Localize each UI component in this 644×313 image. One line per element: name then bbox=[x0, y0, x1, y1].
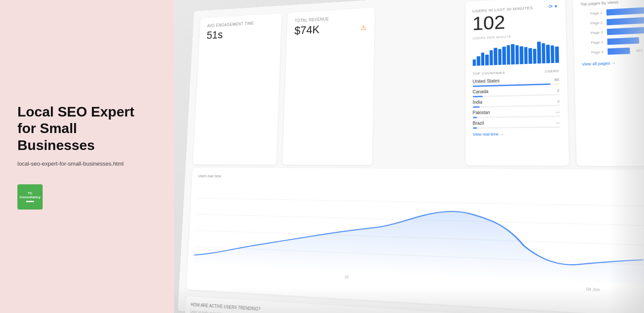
bar-2 bbox=[477, 56, 480, 66]
warning-icon: ⚠ bbox=[361, 24, 366, 32]
view-all-link[interactable]: View all pages → bbox=[582, 61, 616, 67]
country-bar-fill-4 bbox=[473, 127, 477, 129]
country-row: United States 80 bbox=[473, 77, 559, 87]
bar-4 bbox=[485, 55, 489, 66]
hbar-row: Page 4 543 bbox=[581, 36, 644, 46]
country-bar-fill-3 bbox=[473, 117, 477, 118]
hbar-value-4: 321 bbox=[636, 48, 643, 53]
bar-16 bbox=[537, 42, 541, 64]
country-name-3: Pakistan bbox=[473, 110, 490, 115]
refresh-btn[interactable]: ⟳ ▾ bbox=[548, 3, 557, 10]
country-users-0: 80 bbox=[554, 77, 559, 82]
hbar-label-4: Page 5 bbox=[581, 50, 604, 54]
hbar-card: Top pages by views Page 1 1,234 Page 2 9… bbox=[573, 0, 644, 166]
users-col-label: USERS bbox=[545, 69, 559, 73]
bar-3 bbox=[481, 53, 484, 66]
bar-20 bbox=[555, 46, 559, 63]
hbar-fill-0 bbox=[606, 7, 644, 15]
country-row: India 2 bbox=[473, 98, 560, 107]
country-bar-fill-2 bbox=[473, 107, 480, 108]
line-chart-area: 5K 4K 3K 2K 1K 0 25 04 Jun bbox=[193, 182, 644, 296]
page-title: Local SEO Expert for Small Businesses bbox=[17, 103, 157, 153]
analytics-wrapper: Avg engagement time 51s Total revenue $7… bbox=[178, 0, 644, 313]
chart-label: Users over time bbox=[198, 174, 644, 183]
hbar-fill-4 bbox=[607, 47, 631, 55]
country-bar-bg-3 bbox=[473, 116, 560, 118]
hbar-row: Page 1 1,234 bbox=[580, 6, 644, 17]
page-url: local-seo-expert-for-small-businesses.ht… bbox=[17, 160, 157, 167]
hbar-label-3: Page 4 bbox=[581, 40, 603, 45]
realtime-count: 102 bbox=[473, 10, 558, 33]
logo-icon bbox=[26, 201, 34, 202]
engagement-card: Avg engagement time 51s bbox=[193, 13, 282, 165]
bar-8 bbox=[502, 47, 506, 65]
bar-12 bbox=[520, 46, 523, 64]
hbar-fill-3 bbox=[607, 37, 639, 45]
bar-14 bbox=[528, 48, 532, 64]
revenue-card: Total revenue $74K ⚠ bbox=[282, 8, 375, 165]
bar-17 bbox=[541, 43, 545, 63]
country-row: Brazil — bbox=[473, 120, 560, 129]
bar-18 bbox=[546, 44, 550, 63]
hbar-fill-1 bbox=[607, 17, 644, 25]
bar-9 bbox=[506, 45, 510, 65]
hbar-label-2: Page 3 bbox=[581, 30, 603, 35]
countries-list: United States 80 Canada 2 India 2 bbox=[473, 77, 560, 129]
hbar-row: Page 2 987 bbox=[581, 16, 644, 27]
country-row: Pakistan — bbox=[473, 109, 560, 118]
revenue-value: $74K bbox=[294, 20, 366, 37]
bar-19 bbox=[550, 45, 554, 63]
country-row: Canada 2 bbox=[473, 87, 560, 97]
country-name-1: Canada bbox=[473, 89, 488, 94]
hbar-fill-2 bbox=[607, 27, 644, 35]
logo-text: TC Consultancy bbox=[17, 192, 43, 200]
hbar-label-1: Page 2 bbox=[581, 20, 603, 26]
country-bar-fill-1 bbox=[473, 96, 483, 97]
country-bar-bg-4 bbox=[473, 127, 560, 129]
bar-13 bbox=[524, 47, 528, 64]
country-users-1: 2 bbox=[557, 88, 560, 93]
realtime-sub: USERS PER MINUTE bbox=[473, 33, 558, 40]
logo: TC Consultancy bbox=[17, 184, 43, 210]
hbar-row: Page 3 756 bbox=[581, 26, 644, 36]
bar-10 bbox=[511, 44, 514, 65]
bar-11 bbox=[515, 45, 519, 64]
analytics-bg: Avg engagement time 51s Total revenue $7… bbox=[178, 0, 644, 313]
hbar-rows: Page 1 1,234 Page 2 987 Page 3 756 Page … bbox=[580, 6, 644, 56]
top-countries-label: TOP COUNTRIES bbox=[473, 71, 505, 76]
x-label-25: 25 bbox=[345, 275, 349, 280]
analytics-panel: Avg engagement time 51s Total revenue $7… bbox=[174, 0, 644, 313]
bar-5 bbox=[490, 50, 493, 65]
country-name-4: Brazil bbox=[473, 121, 484, 126]
engagement-value: 51s bbox=[206, 26, 273, 41]
x-label-jun: 04 Jun bbox=[586, 286, 600, 292]
hbar-title: Top pages by views bbox=[580, 0, 644, 7]
hbar-row: Page 5 321 bbox=[581, 46, 644, 56]
hbar-label-0: Page 1 bbox=[580, 11, 602, 16]
country-name-0: United States bbox=[473, 78, 500, 84]
realtime-card: USERS IN LAST 30 MINUTES ⟳ ▾ 102 USERS P… bbox=[465, 0, 569, 166]
country-users-4: — bbox=[556, 120, 560, 125]
dashboard-mid-row: Users over time bbox=[186, 167, 644, 313]
bar-6 bbox=[494, 48, 497, 65]
line-chart-card: Users over time bbox=[186, 167, 644, 313]
left-panel: Local SEO Expert for Small Businesses lo… bbox=[0, 0, 174, 313]
country-users-3: — bbox=[556, 110, 560, 114]
mini-bar-chart bbox=[473, 41, 559, 66]
svg-line-0 bbox=[197, 198, 644, 206]
country-users-2: 2 bbox=[557, 99, 560, 103]
bar-7 bbox=[498, 49, 501, 65]
view-realtime-link[interactable]: View real-time → bbox=[473, 131, 560, 137]
dashboard-top-row: Avg engagement time 51s Total revenue $7… bbox=[193, 0, 644, 166]
bar-1 bbox=[473, 60, 476, 66]
bar-15 bbox=[533, 49, 537, 63]
country-name-2: India bbox=[473, 100, 482, 104]
top-countries-header: TOP COUNTRIES USERS bbox=[473, 69, 559, 76]
